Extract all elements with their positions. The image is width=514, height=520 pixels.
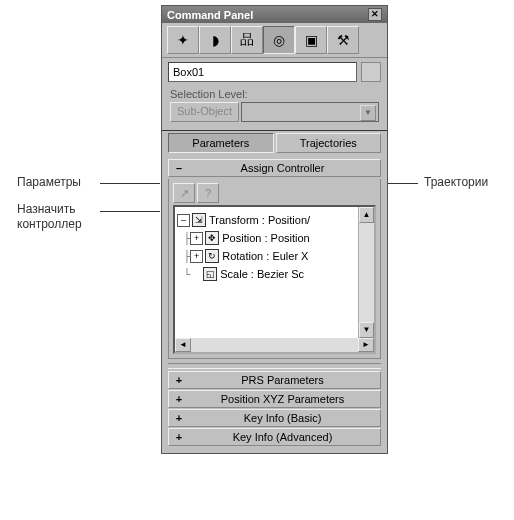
titlebar[interactable]: Command Panel ✕	[162, 6, 387, 23]
expand-icon: +	[171, 412, 187, 424]
rollup-label: Key Info (Basic)	[187, 412, 378, 424]
titlebar-text: Command Panel	[167, 9, 253, 21]
command-panel-window: Command Panel ✕ ✦ ◗ 品 ◎ ▣ ⚒ Selection Le…	[161, 5, 388, 454]
help-button-icon[interactable]: ?	[197, 183, 219, 203]
assign-controller-title: Assign Controller	[187, 162, 378, 174]
transform-glyph-icon: ⇲	[192, 213, 206, 227]
collapse-icon: –	[171, 162, 187, 174]
rollup-prs-parameters[interactable]: + PRS Parameters	[168, 371, 381, 389]
rotation-glyph-icon: ↻	[205, 249, 219, 263]
divider	[168, 363, 381, 369]
rollup-label: Position XYZ Parameters	[187, 393, 378, 405]
modify-tab-icon[interactable]: ◗	[199, 26, 231, 54]
sub-object-button: Sub-Object	[170, 102, 239, 122]
tree-label[interactable]: Rotation : Euler X	[222, 250, 308, 262]
horizontal-scrollbar[interactable]: ◄ ►	[173, 338, 376, 354]
category-toolbar: ✦ ◗ 品 ◎ ▣ ⚒	[162, 23, 387, 58]
object-color-swatch[interactable]	[361, 62, 381, 82]
trajectories-tab[interactable]: Trajectories	[276, 133, 382, 153]
tree-row-rotation: ├ + ↻ Rotation : Euler X	[177, 247, 357, 265]
rollup-position-xyz[interactable]: + Position XYZ Parameters	[168, 390, 381, 408]
hierarchy-tab-icon[interactable]: 品	[231, 26, 263, 54]
tree-label[interactable]: Position : Position	[222, 232, 309, 244]
display-tab-icon[interactable]: ▣	[295, 26, 327, 54]
annotation-parameters: Параметры	[17, 175, 81, 189]
scale-glyph-icon: ◱	[203, 267, 217, 281]
controller-tree[interactable]: – ⇲ Transform : Position/ ├ + ✥ Position…	[173, 205, 376, 340]
scroll-right-icon[interactable]: ►	[358, 338, 374, 352]
tree-label[interactable]: Scale : Bezier Sc	[220, 268, 304, 280]
rollup-label: PRS Parameters	[187, 374, 378, 386]
scroll-up-icon[interactable]: ▲	[359, 207, 374, 223]
rollup-key-info-basic[interactable]: + Key Info (Basic)	[168, 409, 381, 427]
tree-row-position: ├ + ✥ Position : Position	[177, 229, 357, 247]
plus-icon[interactable]: +	[190, 232, 203, 245]
object-name-input[interactable]	[168, 62, 357, 82]
expand-icon: +	[171, 431, 187, 443]
annotation-assign-b: контроллер	[17, 217, 82, 231]
assign-controller-rollup-header[interactable]: – Assign Controller	[168, 159, 381, 177]
position-glyph-icon: ✥	[205, 231, 219, 245]
assign-controller-body: ↗ ? – ⇲ Transform : Position/ ├ + ✥ Posi…	[168, 179, 381, 359]
rollup-key-info-advanced[interactable]: + Key Info (Advanced)	[168, 428, 381, 446]
plus-icon[interactable]: +	[190, 250, 203, 263]
expand-icon: +	[171, 393, 187, 405]
selection-level-label: Selection Level:	[162, 86, 387, 100]
selection-level-dropdown[interactable]	[241, 102, 379, 122]
tree-label[interactable]: Transform : Position/	[209, 214, 310, 226]
rollup-label: Key Info (Advanced)	[187, 431, 378, 443]
scroll-down-icon[interactable]: ▼	[359, 322, 374, 338]
utilities-tab-icon[interactable]: ⚒	[327, 26, 359, 54]
annotation-assign-a: Назначить	[17, 202, 75, 216]
motion-tab-icon[interactable]: ◎	[263, 26, 295, 54]
vertical-scrollbar[interactable]: ▲ ▼	[358, 207, 374, 338]
annotation-trajectories: Траектории	[424, 175, 488, 189]
minus-icon[interactable]: –	[177, 214, 190, 227]
scroll-left-icon[interactable]: ◄	[175, 338, 191, 352]
tree-row-scale: └ ◱ Scale : Bezier Sc	[177, 265, 357, 283]
parameters-tab[interactable]: Parameters	[168, 133, 274, 153]
tree-row-transform: – ⇲ Transform : Position/	[177, 211, 357, 229]
expand-icon: +	[171, 374, 187, 386]
close-icon[interactable]: ✕	[368, 8, 382, 21]
assign-button-icon[interactable]: ↗	[173, 183, 195, 203]
create-tab-icon[interactable]: ✦	[167, 26, 199, 54]
